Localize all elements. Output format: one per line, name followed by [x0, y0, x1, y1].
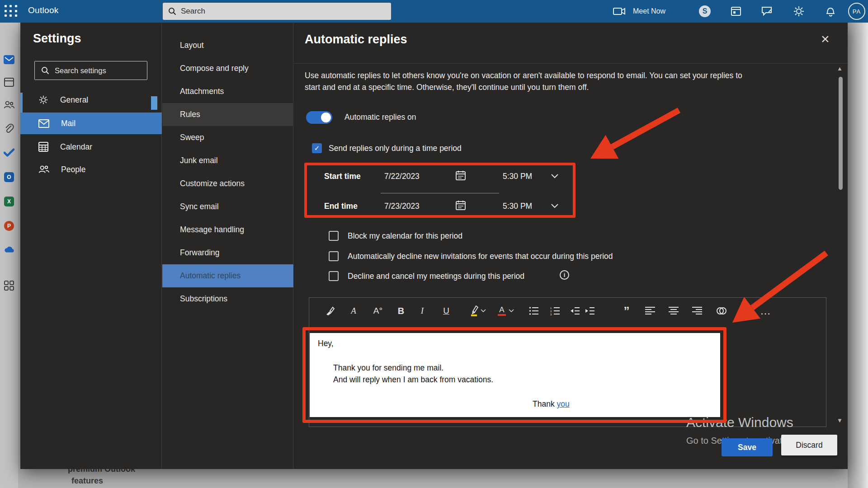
- end-time-label: End time: [324, 202, 358, 211]
- page-title: Automatic replies: [305, 33, 407, 47]
- align-right-icon[interactable]: [690, 303, 704, 319]
- top-bar: Outlook Meet Now S PA: [0, 0, 868, 23]
- calendar-icon[interactable]: [4, 77, 14, 88]
- chevron-down-icon[interactable]: [480, 303, 486, 319]
- feedback-icon[interactable]: [761, 0, 773, 23]
- calendar-icon: [38, 142, 48, 152]
- search-input[interactable]: [181, 7, 375, 16]
- search-icon: [168, 7, 176, 15]
- bold-icon[interactable]: B: [394, 303, 408, 319]
- app-launcher-icon[interactable]: [5, 5, 18, 18]
- svg-text:3: 3: [550, 313, 552, 316]
- nav-item-rules[interactable]: Rules: [162, 103, 293, 126]
- message-line2: And will reply when I am back from vacat…: [333, 374, 720, 385]
- meet-now-button[interactable]: [613, 0, 626, 23]
- font-color-icon[interactable]: A: [495, 303, 509, 319]
- sidebar-item-calendar[interactable]: Calendar: [20, 136, 162, 157]
- nav-item-forwarding[interactable]: Forwarding: [162, 241, 293, 264]
- scrollbar-thumb[interactable]: [839, 77, 843, 190]
- settings-search-box[interactable]: [34, 61, 147, 80]
- date-picker-icon[interactable]: [456, 201, 466, 211]
- close-icon[interactable]: ×: [821, 32, 830, 46]
- avatar-initials: PA: [848, 3, 865, 20]
- outlook-app-icon[interactable]: O: [4, 172, 14, 183]
- sidebar-item-label: General: [60, 95, 88, 105]
- date-picker-icon[interactable]: [456, 171, 466, 181]
- onedrive-icon[interactable]: [4, 244, 14, 255]
- italic-icon[interactable]: I: [415, 303, 429, 319]
- excel-icon[interactable]: X: [4, 196, 14, 207]
- nav-item-compose-and-reply[interactable]: Compose and reply: [162, 57, 293, 80]
- decline-invitations-label: Automatically decline new invitations fo…: [348, 252, 613, 261]
- bullet-list-icon[interactable]: [527, 303, 541, 319]
- nav-item-junk-email[interactable]: Junk email: [162, 149, 293, 172]
- start-time-select[interactable]: 5:30 PM: [503, 172, 532, 181]
- to-do-icon[interactable]: [4, 147, 14, 158]
- more-options-icon[interactable]: …: [758, 303, 773, 319]
- nav-item-customize-actions[interactable]: Customize actions: [162, 172, 293, 195]
- global-search-box[interactable]: [163, 3, 391, 20]
- decrease-indent-icon[interactable]: [568, 303, 582, 319]
- skype-icon[interactable]: S: [699, 0, 711, 23]
- chevron-down-icon[interactable]: [551, 203, 559, 209]
- more-apps-icon[interactable]: [4, 280, 14, 291]
- date-field-underline: [381, 193, 499, 193]
- powerpoint-icon[interactable]: P: [4, 221, 14, 231]
- link-icon[interactable]: [714, 303, 729, 319]
- message-closing-link[interactable]: you: [557, 399, 570, 408]
- page-background-right: [848, 23, 868, 488]
- meet-now-label[interactable]: Meet Now: [633, 0, 665, 23]
- quote-icon[interactable]: ”: [619, 303, 634, 319]
- start-date-input[interactable]: 7/22/2023: [384, 172, 420, 181]
- scroll-down-icon[interactable]: ▼: [837, 417, 843, 424]
- block-calendar-checkbox[interactable]: [329, 231, 339, 241]
- nav-item-subscriptions[interactable]: Subscriptions: [162, 287, 293, 310]
- notifications-icon[interactable]: [825, 0, 836, 23]
- decline-invitations-checkbox[interactable]: [329, 251, 339, 261]
- sidebar-item-people[interactable]: People: [20, 159, 162, 180]
- people-icon[interactable]: [4, 99, 14, 110]
- nav-item-automatic-replies[interactable]: Automatic replies: [162, 264, 293, 287]
- end-time-select[interactable]: 5:30 PM: [503, 202, 532, 211]
- increase-indent-icon[interactable]: [583, 303, 597, 319]
- app-title: Outlook: [28, 5, 59, 15]
- underline-icon[interactable]: U: [439, 303, 453, 319]
- align-left-icon[interactable]: [643, 303, 657, 319]
- nav-item-layout[interactable]: Layout: [162, 34, 293, 57]
- description-line1: Use automatic replies to let others know…: [305, 70, 831, 81]
- settings-title: Settings: [33, 32, 81, 46]
- chevron-down-icon[interactable]: [508, 303, 514, 319]
- nav-item-sweep[interactable]: Sweep: [162, 126, 293, 149]
- settings-gear-icon[interactable]: [793, 0, 805, 23]
- info-icon[interactable]: i: [560, 270, 569, 280]
- mail-icon[interactable]: [4, 54, 14, 65]
- sidebar-item-general[interactable]: General: [20, 89, 162, 110]
- discard-button[interactable]: Discard: [781, 435, 837, 455]
- reply-message-textarea[interactable]: Hey, Thank you for sending me mail. And …: [310, 333, 720, 417]
- font-icon[interactable]: A: [346, 303, 361, 319]
- automatic-replies-toggle[interactable]: [306, 111, 332, 124]
- sidebar-item-mail[interactable]: Mail: [20, 113, 162, 134]
- font-size-icon[interactable]: A°: [371, 303, 385, 319]
- account-avatar[interactable]: PA: [848, 0, 865, 23]
- chevron-down-icon[interactable]: [551, 174, 559, 179]
- scroll-up-icon[interactable]: ▲: [837, 65, 843, 72]
- nav-item-message-handling[interactable]: Message handling: [162, 218, 293, 241]
- nav-item-sync-email[interactable]: Sync email: [162, 195, 293, 218]
- svg-text:2: 2: [550, 310, 552, 313]
- time-period-label: Send replies only during a time period: [329, 144, 462, 153]
- numbered-list-icon[interactable]: 123: [548, 303, 562, 319]
- attachments-icon[interactable]: [4, 123, 14, 134]
- mail-settings-nav: Layout Compose and reply Attachments Rul…: [162, 23, 293, 469]
- time-period-checkbox[interactable]: ✓: [312, 143, 322, 153]
- decline-cancel-meetings-checkbox[interactable]: [329, 271, 339, 281]
- settings-search-input[interactable]: [55, 66, 136, 75]
- end-date-input[interactable]: 7/23/2023: [384, 202, 420, 211]
- calendar-day-icon[interactable]: [731, 0, 741, 23]
- nav-item-attachments[interactable]: Attachments: [162, 80, 293, 103]
- save-button[interactable]: Save: [722, 438, 773, 456]
- align-center-icon[interactable]: [666, 303, 681, 319]
- format-painter-icon[interactable]: [323, 303, 337, 319]
- description-line2: start and end at a specific time. Otherw…: [305, 81, 831, 93]
- start-time-label: Start time: [324, 172, 361, 181]
